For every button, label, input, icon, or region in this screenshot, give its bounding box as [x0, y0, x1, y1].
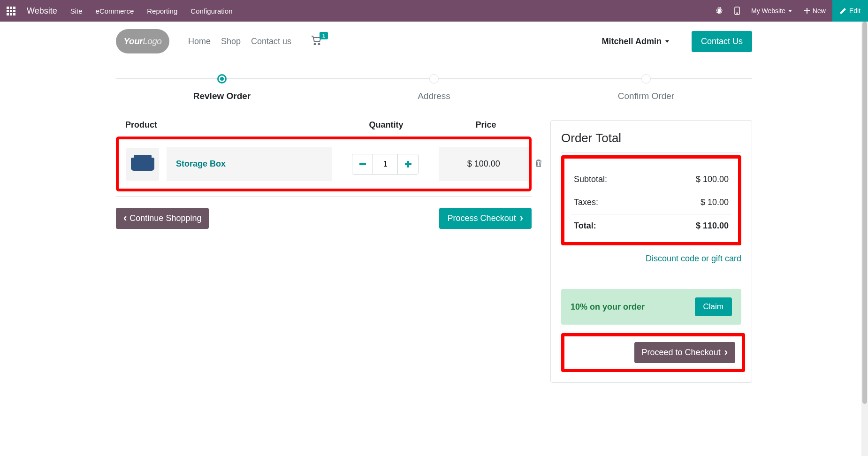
product-thumbnail[interactable] [126, 148, 159, 181]
caret-down-icon [665, 40, 669, 43]
site-logo[interactable]: YourLogo [116, 29, 169, 53]
step-dot-icon [641, 74, 651, 84]
nav-shop[interactable]: Shop [221, 37, 241, 46]
admin-topbar: Website Site eCommerce Reporting Configu… [0, 0, 868, 22]
svg-point-4 [319, 43, 320, 45]
cart-row-highlight: Storage Box $ 100.00 [116, 137, 532, 191]
subtotal-value: $ 100.00 [696, 175, 729, 184]
site-header: YourLogo Home Shop Contact us 1 Mitchell… [91, 22, 777, 61]
col-header-product: Product [116, 120, 332, 130]
topbar-menu-site[interactable]: Site [70, 7, 83, 15]
checkout-steps: Review Order Address Confirm Order [116, 74, 752, 101]
step-dot-icon [429, 74, 439, 84]
minus-icon [359, 163, 366, 165]
nav-links: Home Shop Contact us [188, 37, 291, 46]
step-address[interactable]: Address [328, 74, 540, 101]
edit-button-label: Edit [849, 7, 860, 15]
col-header-quantity: Quantity [332, 120, 440, 130]
svg-point-2 [737, 13, 738, 14]
taxes-label: Taxes: [574, 198, 598, 207]
remove-line-button[interactable] [535, 160, 542, 169]
new-button-label: New [813, 7, 826, 15]
bug-icon[interactable] [710, 0, 729, 22]
step-review-order[interactable]: Review Order [116, 74, 328, 101]
step-label: Address [328, 91, 540, 101]
promo-text: 10% on your order [571, 302, 645, 312]
svg-rect-5 [359, 163, 366, 165]
claim-button[interactable]: Claim [695, 297, 732, 316]
user-name: Mitchell Admin [602, 37, 662, 46]
nav-contact[interactable]: Contact us [251, 37, 291, 46]
qty-input[interactable] [373, 154, 397, 174]
quantity-stepper [352, 154, 419, 175]
order-total-title: Order Total [561, 131, 741, 145]
svg-rect-7 [407, 161, 409, 167]
mobile-icon[interactable] [729, 0, 746, 22]
topbar-menu-reporting[interactable]: Reporting [147, 7, 177, 15]
nav-home[interactable]: Home [188, 37, 211, 46]
process-checkout-label: Process Checkout [448, 213, 516, 223]
svg-point-3 [314, 43, 316, 45]
step-dot-active-icon [217, 74, 227, 84]
cart-row: Storage Box $ 100.00 [119, 139, 529, 189]
discount-code-link[interactable]: Discount code or gift card [646, 254, 741, 263]
line-price: $ 100.00 [439, 147, 529, 181]
totals-highlight: Subtotal: $ 100.00 Taxes: $ 10.00 Total:… [561, 155, 741, 245]
contact-us-button[interactable]: Contact Us [692, 31, 752, 52]
cart-icon[interactable]: 1 [311, 36, 321, 47]
continue-shopping-label: Continue Shopping [129, 213, 201, 223]
col-header-price: Price [440, 120, 532, 130]
proceed-to-checkout-label: Proceed to Checkout [642, 348, 721, 357]
plus-icon [405, 161, 411, 167]
chevron-right-icon [520, 213, 523, 224]
checkout-highlight: Proceed to Checkout [561, 333, 745, 372]
qty-increase-button[interactable] [397, 154, 418, 174]
pencil-icon [840, 8, 846, 14]
process-checkout-button[interactable]: Process Checkout [439, 208, 532, 229]
subtotal-label: Subtotal: [574, 175, 607, 184]
taxes-value: $ 10.00 [700, 198, 729, 207]
chevron-right-icon [724, 347, 728, 358]
cart-section: Product Quantity Price Storage Box [116, 120, 532, 229]
cart-badge: 1 [320, 32, 328, 39]
storage-box-icon [131, 158, 154, 171]
caret-down-icon [788, 10, 792, 12]
edit-button[interactable]: Edit [832, 0, 868, 22]
svg-point-0 [717, 8, 721, 13]
step-confirm-order[interactable]: Confirm Order [540, 74, 752, 101]
qty-decrease-button[interactable] [352, 154, 373, 174]
step-label: Confirm Order [540, 91, 752, 101]
website-switcher-label: My Website [751, 7, 785, 15]
total-value: $ 110.00 [696, 221, 729, 231]
total-label: Total: [574, 221, 596, 231]
scrollbar-thumb[interactable] [862, 22, 867, 402]
product-name-link[interactable]: Storage Box [167, 147, 332, 181]
scrollbar[interactable] [861, 22, 868, 402]
order-total-panel: Order Total Subtotal: $ 100.00 Taxes: $ … [550, 120, 752, 383]
proceed-to-checkout-button[interactable]: Proceed to Checkout [634, 342, 735, 363]
logo-text-2: Logo [143, 36, 161, 46]
step-label: Review Order [116, 91, 328, 101]
plus-icon [804, 8, 810, 14]
website-switcher[interactable]: My Website [746, 0, 798, 22]
new-button[interactable]: New [798, 0, 832, 22]
topbar-menu-ecommerce[interactable]: eCommerce [96, 7, 134, 15]
promo-box: 10% on your order Claim [561, 289, 741, 325]
topbar-menu-configuration[interactable]: Configuration [190, 7, 232, 15]
trash-icon [535, 160, 542, 167]
topbar-menu: Site eCommerce Reporting Configuration [70, 7, 233, 15]
chevron-left-icon [123, 213, 127, 224]
user-menu[interactable]: Mitchell Admin [602, 37, 669, 46]
apps-icon[interactable] [4, 4, 18, 18]
logo-text-1: Your [124, 36, 143, 46]
topbar-brand[interactable]: Website [27, 6, 57, 16]
continue-shopping-button[interactable]: Continue Shopping [116, 208, 209, 229]
